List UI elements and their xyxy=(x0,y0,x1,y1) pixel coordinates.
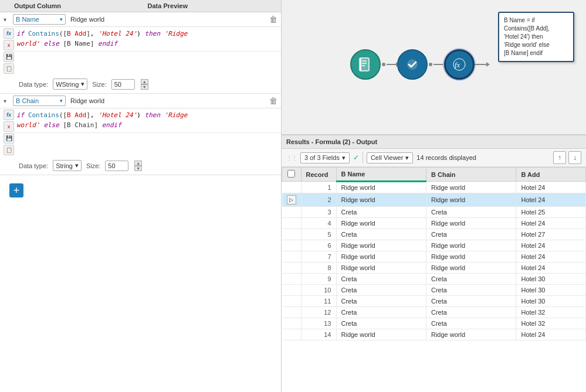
cell-b-chain: Ridge world xyxy=(426,263,516,274)
record-number: 7 xyxy=(301,251,336,263)
field2-preview: Ridge world xyxy=(68,97,267,104)
field2-size-up[interactable]: ▲ xyxy=(134,161,142,166)
record-number: 11 xyxy=(301,296,336,307)
th-b-add: B Add xyxy=(516,168,586,182)
field2-name-dropdown[interactable]: B Chain ▾ xyxy=(13,96,66,106)
tooltip-line1: B Name = if xyxy=(504,16,568,25)
cell-b-name: Ridge world xyxy=(336,193,426,207)
table-row[interactable]: 10 Creta Creta Hotel 30 xyxy=(282,285,586,296)
cell-b-add: Hotel 30 xyxy=(516,296,586,307)
add-field-button[interactable]: + xyxy=(9,183,23,197)
field2-size-down[interactable]: ▼ xyxy=(134,166,142,171)
cell-b-name: Creta xyxy=(336,274,426,285)
table-row[interactable]: 4 Ridge world Ridge world Hotel 24 xyxy=(282,218,586,229)
table-row[interactable]: 3 Creta Creta Hotel 25 xyxy=(282,207,586,218)
table-row[interactable]: 13 Creta Creta Hotel 32 xyxy=(282,318,586,329)
field1-save-icon[interactable]: 💾 xyxy=(4,52,14,62)
cell-b-add: Hotel 30 xyxy=(516,285,586,296)
records-count: 14 records displayed xyxy=(416,154,476,161)
cell-b-name: Creta xyxy=(336,229,426,240)
cell-b-name: Creta xyxy=(336,285,426,296)
table-row[interactable]: 11 Creta Creta Hotel 30 xyxy=(282,296,586,307)
table-row[interactable]: 6 Ridge world Ridge world Hotel 24 xyxy=(282,240,586,251)
row-checkbox-cell xyxy=(282,329,302,340)
record-number: 3 xyxy=(301,207,336,218)
viewer-button[interactable]: Cell Viewer ▾ xyxy=(367,152,413,163)
tooltip-line4: 'Ridge world' else xyxy=(504,41,568,49)
drag-handle[interactable]: ⋮⋮ xyxy=(286,155,297,161)
nav-down-button[interactable]: ↓ xyxy=(568,151,581,164)
toolbar-divider xyxy=(363,152,363,163)
cell-b-name: Ridge world xyxy=(336,329,426,340)
field1-name-dropdown[interactable]: B Name ▾ xyxy=(13,14,66,25)
field1-size-up[interactable]: ▲ xyxy=(141,79,148,84)
field1-fx-icon[interactable]: fx xyxy=(4,28,14,39)
record-number: 14 xyxy=(301,329,336,340)
field2-size-label: Size: xyxy=(86,162,100,169)
field1-extra-icon[interactable]: 📋 xyxy=(4,63,14,74)
nav-up-button[interactable]: ↑ xyxy=(553,151,566,164)
select-all-checkbox[interactable] xyxy=(287,170,295,178)
cell-b-add: Hotel 24 xyxy=(516,240,586,251)
table-row[interactable]: 1 Ridge world Ridge world Hotel 24 xyxy=(282,182,586,193)
field1-size-down[interactable]: ▼ xyxy=(141,84,148,90)
table-row[interactable]: 8 Ridge world Ridge world Hotel 24 xyxy=(282,263,586,274)
field1-size-input[interactable] xyxy=(111,79,135,90)
field2-size-scroll[interactable]: ▲ ▼ xyxy=(134,161,142,171)
field1-name-label: B Name xyxy=(16,16,39,23)
field2-extra-icon[interactable]: 📋 xyxy=(4,145,14,155)
cell-b-add: Hotel 24 xyxy=(516,263,586,274)
cell-b-add: Hotel 24 xyxy=(516,218,586,229)
table-row[interactable]: 9 Creta Creta Hotel 30 xyxy=(282,274,586,285)
cell-b-add: Hotel 32 xyxy=(516,318,586,329)
record-number: 9 xyxy=(301,274,336,285)
table-row[interactable]: 5 Creta Creta Hotel 27 xyxy=(282,229,586,240)
cell-b-add: Hotel 24 xyxy=(516,251,586,263)
tooltip-line5: [B Name] endif xyxy=(504,49,568,57)
cell-b-name: Creta xyxy=(336,296,426,307)
field1-x-icon[interactable]: x xyxy=(4,40,14,50)
row-checkbox-cell xyxy=(282,207,302,218)
cell-b-chain: Ridge world xyxy=(426,193,516,207)
field2-dropdown-arrow: ▾ xyxy=(60,98,63,104)
field2-name-label: B Chain xyxy=(16,97,39,104)
cell-b-add: Hotel 30 xyxy=(516,274,586,285)
table-body: 1 Ridge world Ridge world Hotel 24 ▷ 2 R… xyxy=(282,182,586,340)
field2-datatype-label: Data type: xyxy=(19,162,48,169)
field2-fx-icon[interactable]: fx xyxy=(4,110,14,120)
cell-b-chain: Ridge world xyxy=(426,240,516,251)
field1-datatype-value: WString xyxy=(56,81,79,88)
table-row[interactable]: 12 Creta Creta Hotel 32 xyxy=(282,307,586,318)
row-select-icon[interactable]: ▷ xyxy=(287,195,296,204)
row-checkbox-cell: ▷ xyxy=(282,193,302,207)
table-row[interactable]: ▷ 2 Ridge world Ridge world Hotel 24 xyxy=(282,193,586,207)
field2-save-icon[interactable]: 💾 xyxy=(4,133,14,144)
row-checkbox-cell xyxy=(282,296,302,307)
table-row[interactable]: 7 Ridge world Ridge world Hotel 24 xyxy=(282,251,586,263)
workflow-nodes: fx xyxy=(350,49,487,80)
th-record: Record xyxy=(301,168,336,182)
field2-datatype-arrow: ▾ xyxy=(75,162,79,169)
fields-check-icon[interactable]: ✓ xyxy=(353,154,359,162)
cell-b-chain: Ridge world xyxy=(426,251,516,263)
field2-datatype-value: String xyxy=(56,162,73,169)
node-check[interactable] xyxy=(397,49,428,80)
node-book[interactable] xyxy=(350,49,381,80)
cell-b-chain: Creta xyxy=(426,318,516,329)
field2-x-icon[interactable]: x xyxy=(4,121,14,132)
field2-size-input[interactable] xyxy=(105,161,128,171)
cell-b-add: Hotel 27 xyxy=(516,229,586,240)
field1-formula: if Contains([B Add], 'Hotel 24') then 'R… xyxy=(14,27,281,52)
node-formula[interactable]: fx xyxy=(444,49,475,80)
table-row[interactable]: 14 Ridge world Ridge world Hotel 24 xyxy=(282,329,586,340)
results-toolbar: ⋮⋮ 3 of 3 Fields ▾ ✓ Cell Viewer ▾ 14 re… xyxy=(282,149,586,167)
fields-button[interactable]: 3 of 3 Fields ▾ xyxy=(300,152,350,163)
connector1 xyxy=(381,63,397,66)
field2-delete-button[interactable]: 🗑 xyxy=(269,96,277,105)
cell-b-chain: Creta xyxy=(426,207,516,218)
field1-delete-button[interactable]: 🗑 xyxy=(269,15,277,24)
field2-datatype-select[interactable]: String ▾ xyxy=(53,160,82,171)
tooltip-line2: Contains([B Add], xyxy=(504,25,568,33)
field1-datatype-select[interactable]: WString ▾ xyxy=(53,79,87,90)
field1-size-scroll[interactable]: ▲ ▼ xyxy=(141,79,148,90)
